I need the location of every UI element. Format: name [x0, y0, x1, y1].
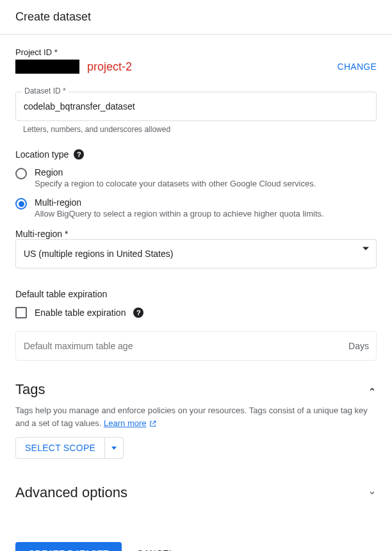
project-left: project-2: [15, 60, 132, 74]
enable-expiration-checkbox[interactable]: [15, 307, 27, 318]
chevron-up-icon: [368, 385, 377, 394]
multiregion-value: US (multiple regions in United States): [15, 239, 377, 268]
radio-multiregion[interactable]: Multi-region Allow BigQuery to select a …: [15, 197, 377, 218]
days-unit: Days: [348, 341, 369, 351]
enable-expiration-row: Enable table expiration ?: [15, 307, 377, 318]
advanced-section-header[interactable]: Advanced options: [15, 484, 377, 501]
change-project-button[interactable]: CHANGE: [338, 62, 377, 72]
expiration-label: Default table expiration: [15, 289, 377, 299]
select-scope-dropdown[interactable]: [104, 438, 123, 458]
help-icon[interactable]: ?: [74, 149, 84, 160]
location-type-text: Location type: [15, 149, 69, 160]
tags-section-header[interactable]: Tags: [15, 381, 377, 398]
max-table-age-input: [15, 331, 377, 361]
help-icon[interactable]: ?: [133, 308, 143, 318]
max-table-age-field: Days: [15, 331, 377, 361]
radio-circle-multiregion: [15, 198, 27, 210]
select-scope-button: SELECT SCOPE: [15, 437, 124, 459]
dialog-content: Project ID * project-2 CHANGE Dataset ID…: [0, 35, 392, 551]
radio-multiregion-desc: Allow BigQuery to select a region within…: [35, 209, 324, 218]
dropdown-arrow-icon: [111, 447, 117, 450]
multiregion-select[interactable]: Multi-region * US (multiple regions in U…: [15, 229, 377, 268]
external-link-icon: [149, 419, 157, 427]
create-dataset-button[interactable]: CREATE DATASET: [15, 542, 122, 551]
dialog-title: Create dataset: [15, 10, 377, 24]
tags-title: Tags: [15, 381, 45, 398]
dataset-id-field: Dataset ID *: [15, 92, 377, 121]
dataset-id-label: Dataset ID *: [22, 86, 69, 95]
project-row: project-2 CHANGE: [15, 60, 377, 74]
radio-multiregion-text: Multi-region Allow BigQuery to select a …: [35, 197, 324, 218]
project-id-label: Project ID *: [15, 47, 377, 57]
location-radio-group: Region Specify a region to colocate your…: [15, 167, 377, 218]
footer-buttons: CREATE DATASET CANCEL: [15, 542, 377, 551]
learn-more-text: Learn more: [104, 417, 146, 430]
dataset-id-input[interactable]: [15, 92, 377, 121]
radio-multiregion-label: Multi-region: [35, 197, 324, 208]
project-name: project-2: [87, 60, 132, 74]
tags-desc-text: Tags help you manage and enforce policie…: [15, 406, 368, 428]
radio-region-desc: Specify a region to colocate your datase…: [35, 179, 316, 188]
radio-region-text: Region Specify a region to colocate your…: [35, 167, 316, 188]
dataset-id-helper: Letters, numbers, and underscores allowe…: [23, 125, 377, 134]
tags-description: Tags help you manage and enforce policie…: [15, 404, 377, 429]
advanced-title: Advanced options: [15, 484, 127, 501]
radio-region[interactable]: Region Specify a region to colocate your…: [15, 167, 377, 188]
project-id-redacted: [15, 60, 79, 74]
radio-circle-region: [15, 168, 27, 179]
chevron-down-icon: [368, 488, 377, 497]
location-type-label: Location type ?: [15, 149, 377, 160]
multiregion-label: Multi-region *: [15, 229, 68, 239]
cancel-button[interactable]: CANCEL: [137, 548, 174, 551]
select-scope-main[interactable]: SELECT SCOPE: [16, 438, 104, 458]
learn-more-link[interactable]: Learn more: [104, 417, 156, 430]
dialog-header: Create dataset: [0, 0, 392, 35]
radio-region-label: Region: [35, 167, 316, 177]
dropdown-arrow-icon: [363, 247, 369, 251]
enable-expiration-label: Enable table expiration: [35, 308, 126, 318]
